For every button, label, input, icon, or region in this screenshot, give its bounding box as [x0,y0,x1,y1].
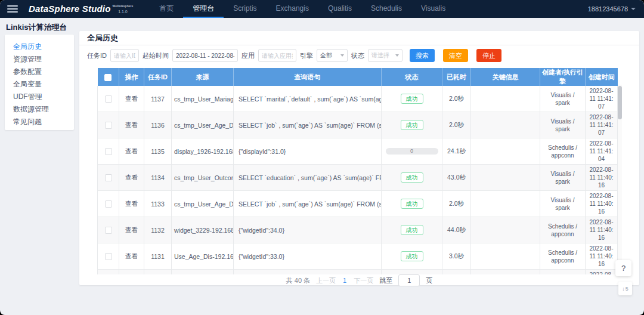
status-success-badge: 成功 [401,199,423,209]
creator-cell: Visualis / spark [540,191,586,217]
row-checkbox[interactable] [105,227,112,234]
view-link[interactable]: 查看 [125,174,138,181]
sidebar-title: Linkis计算治理台 [6,22,67,33]
status-success-badge: 成功 [401,172,423,183]
table-row: 查看1131Use_Age_Dis-192.168.2...{"widgetId… [98,243,618,270]
table-head: 操作任务ID来源查询语句状态已耗时关键信息创建者/执行引擎创建时间 [98,68,618,86]
app-logo-sub: WeDatasphere 1.1.0 [113,3,134,14]
sidebar-item[interactable]: 全局变量 [13,78,74,91]
row-select-cell [98,243,119,270]
task-id-cell: 1135 [144,138,172,165]
top-nav: 首页管理台ScriptisExchangisQualitisSchedulisV… [150,0,455,18]
engine-select[interactable]: 全部 [317,49,348,62]
top-nav-item[interactable]: Exchangis [267,0,318,18]
elapsed-cell: 3.0秒 [442,243,471,270]
row-select-cell [98,165,119,191]
source-cell: cs_tmp_User_Mariage_rs... [172,270,234,275]
search-button[interactable]: 搜索 [410,49,435,62]
page-title: 全局历史 [79,31,639,45]
table-row: 查看1135display_1926-192.168.2...{"display… [98,138,618,165]
scroll-down-icon: ↓ [622,286,625,292]
row-checkbox[interactable] [105,95,112,103]
task-id-cell: 1136 [144,112,172,138]
help-icon: ? [621,264,626,273]
history-table: 操作任务ID来源查询语句状态已耗时关键信息创建者/执行引擎创建时间 查看1137… [97,68,618,274]
status-select[interactable]: 请选择 [368,49,402,62]
sidebar-item[interactable]: 参数配置 [13,66,74,78]
query-cell: SELECT `marital`,`default` , sum(`age`) … [234,86,382,112]
key-info-cell [471,217,540,243]
status-cell: 成功 [382,165,442,191]
column-header: 关键信息 [471,68,540,86]
key-info-cell [471,112,540,138]
sidebar-item[interactable]: UDF管理 [13,91,74,103]
date-range-input[interactable] [172,49,238,62]
top-nav-item[interactable]: 首页 [150,0,183,18]
status-cell: 成功 [382,86,442,112]
engine-label: 引擎 [300,51,313,60]
page-number-1[interactable]: 1 [342,277,348,284]
sidebar-item[interactable]: 数据源管理 [13,103,74,116]
row-select-cell [98,86,119,112]
row-checkbox[interactable] [105,253,112,260]
key-info-cell [471,165,540,191]
history-table-container: 操作任务ID来源查询语句状态已耗时关键信息创建者/执行引擎创建时间 查看1137… [97,68,622,274]
task-id-label: 任务ID [87,51,107,60]
clear-button[interactable]: 清空 [443,49,468,62]
elapsed-cell: 2.0秒 [442,86,471,112]
select-all-checkbox[interactable] [104,74,112,81]
creator-cell: Visualis / spark [540,86,586,112]
app-input[interactable] [258,49,296,62]
help-button[interactable]: ? [615,260,631,276]
view-link[interactable]: 查看 [125,226,138,233]
row-select-cell [98,270,119,275]
created-time-cell: 2022-08-11 11:40:16 [586,243,618,270]
top-nav-item[interactable]: Scriptis [224,0,266,18]
status-cell: 0 [382,138,442,165]
top-header: DataSphere Studio WeDatasphere 1.1.0 首页管… [0,0,644,18]
jump-page-input[interactable] [398,274,420,286]
task-id-cell: 1132 [144,217,172,243]
top-nav-item[interactable]: Schedulis [361,0,411,18]
key-info-cell [471,243,540,270]
top-nav-item[interactable]: 管理台 [183,0,224,18]
sidebar-item[interactable]: 资源管理 [13,53,74,66]
query-cell: SELECT `education` , sum(`age`) AS `sum(… [234,165,382,191]
sidebar-item[interactable]: 常见问题 [13,116,74,128]
user-menu[interactable]: 18812345678 [588,5,636,13]
row-checkbox[interactable] [105,174,112,181]
task-id-cell: 1131 [144,243,172,270]
prev-page-button[interactable]: 上一页 [316,276,336,285]
view-link[interactable]: 查看 [125,252,138,260]
top-nav-item[interactable]: Visualis [411,0,455,18]
task-id-cell: 1133 [144,191,172,217]
table-scrollbar-thumb[interactable] [618,86,622,119]
sidebar-item[interactable]: 全局历史 [13,41,74,53]
elapsed-cell: 44.0秒 [442,217,471,243]
stop-button[interactable]: 停止 [476,49,501,62]
column-header: 来源 [172,68,234,86]
view-link[interactable]: 查看 [125,200,138,207]
user-phone: 18812345678 [588,5,628,13]
key-info-cell [471,86,540,112]
hamburger-menu-icon[interactable] [7,5,18,13]
task-id-input[interactable] [110,49,139,62]
task-id-cell: 1137 [144,86,172,112]
elapsed-cell: 2.0秒 [442,112,471,138]
row-action-cell: 查看 [119,86,144,112]
task-id-cell: 1130 [144,270,172,275]
row-checkbox[interactable] [105,148,112,155]
next-page-button[interactable]: 下一页 [354,276,373,285]
row-checkbox[interactable] [105,200,112,208]
view-link[interactable]: 查看 [125,121,138,128]
quick-scroll-button[interactable]: ↓5 [618,282,632,295]
task-id-cell: 1134 [144,165,172,191]
row-checkbox[interactable] [105,122,112,129]
table-row: 查看1134cs_tmp_User_Outcome_...SELECT `edu… [98,165,618,191]
top-nav-item[interactable]: Qualitis [318,0,361,18]
column-header: 操作 [119,68,144,86]
view-link[interactable]: 查看 [125,147,138,155]
view-link[interactable]: 查看 [125,95,138,102]
status-cell: 成功 [382,112,442,138]
row-select-cell [98,217,119,243]
